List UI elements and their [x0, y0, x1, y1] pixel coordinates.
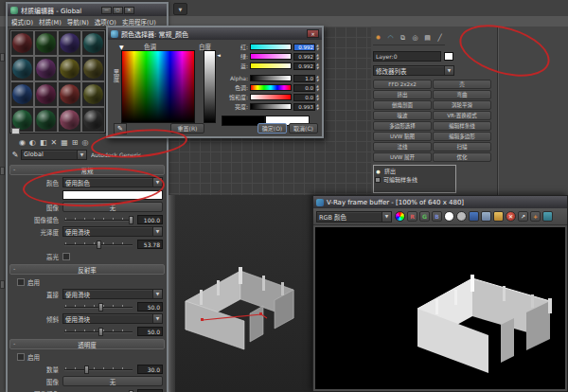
put-to-library-icon[interactable]: ◐	[29, 138, 36, 147]
channel-value[interactable]: 0.992	[293, 44, 315, 51]
ok-button[interactable]: 确定(O)	[257, 123, 287, 134]
make-unique-icon[interactable]: ⊞	[72, 138, 79, 147]
material-sample-slot[interactable]	[58, 81, 81, 107]
channel-gradient-bar[interactable]	[250, 103, 292, 110]
clear-image-icon[interactable]: ✕	[506, 211, 516, 222]
white-point-icon[interactable]	[444, 211, 454, 222]
track-mouse-icon[interactable]: +	[530, 211, 541, 222]
color-selector-titlebar[interactable]: 颜色选择器: 常规_颜色 ✕	[108, 27, 322, 40]
material-sample-slot[interactable]	[34, 81, 58, 107]
create-tab-icon[interactable]: ✹	[373, 33, 383, 44]
monochrome-icon[interactable]	[456, 211, 467, 222]
display-tab-icon[interactable]: ▤	[422, 33, 433, 44]
amount-value[interactable]: 30.0	[137, 365, 163, 374]
channel-gradient-bar[interactable]	[250, 62, 292, 69]
image-fade-slider[interactable]	[62, 215, 134, 224]
material-sample-slot[interactable]	[10, 56, 34, 81]
transparency-image-button[interactable]: 无	[62, 376, 163, 386]
reflectivity-enable-checkbox[interactable]	[17, 278, 25, 286]
viewport-splitter[interactable]	[169, 195, 175, 392]
chevron-down-icon[interactable]: ▼	[152, 314, 162, 323]
material-navigator-icon[interactable]: ◎	[82, 138, 89, 147]
channel-gradient-bar[interactable]	[250, 53, 292, 60]
material-sample-slot[interactable]	[81, 30, 105, 56]
channel-gradient-bar[interactable]	[250, 84, 292, 91]
material-sample-slot[interactable]	[81, 107, 105, 133]
modifier-button[interactable]: 噪波	[373, 111, 432, 120]
material-sample-slot[interactable]	[58, 56, 81, 81]
direct-mode-dropdown[interactable]: 使用滑块 ▼	[62, 289, 163, 299]
material-name-dropdown[interactable]: Global ▼	[21, 150, 87, 160]
material-sample-slot[interactable]	[34, 107, 58, 133]
value-spinner[interactable]: ▲▼	[316, 94, 322, 101]
utilities-tab-icon[interactable]: ╱	[435, 33, 445, 44]
material-sample-slot[interactable]	[58, 30, 81, 56]
modifier-button[interactable]: 倒角剖面	[373, 100, 432, 110]
color-mode-dropdown[interactable]: 使用颜色 ▼	[62, 177, 163, 187]
glossiness-mode-dropdown[interactable]: 使用滑块 ▼	[62, 226, 163, 237]
channel-value[interactable]: 0.993	[293, 103, 315, 111]
modifier-button[interactable]: UVW 展开	[373, 152, 432, 162]
copy-image-icon[interactable]	[481, 211, 491, 222]
modifier-button[interactable]: 扫描	[433, 142, 491, 151]
oblique-value[interactable]: 50.0	[137, 327, 163, 336]
layer-field[interactable]: Layer:0	[373, 51, 441, 62]
chevron-down-icon[interactable]: ▼	[77, 151, 86, 159]
modifier-button[interactable]: 优化	[433, 152, 491, 162]
material-sample-slot[interactable]	[34, 30, 58, 56]
material-sample-slot[interactable]	[10, 30, 34, 56]
modifier-stack-item[interactable]: 可编辑样条线	[375, 175, 454, 184]
chevron-down-icon[interactable]: ▼	[444, 66, 453, 75]
modifier-button[interactable]: 弯曲	[433, 90, 491, 99]
modify-tab-icon[interactable]: ◠	[385, 33, 396, 44]
zoom-tool-icon[interactable]: ↗	[518, 211, 528, 222]
modifier-button[interactable]: 编辑多边形	[433, 132, 491, 141]
modifier-button[interactable]: UVW 贴图	[373, 132, 432, 141]
image-fade-value[interactable]: 100.0	[137, 215, 163, 224]
material-color-swatch[interactable]	[62, 190, 163, 200]
pick-material-icon[interactable]: ✎	[9, 151, 21, 159]
modifier-button[interactable]: 法线	[373, 142, 432, 151]
value-spinner[interactable]: ▲▼	[316, 84, 322, 92]
color-corrections-icon[interactable]	[395, 211, 405, 222]
menu-item[interactable]: 实用程序(U)	[122, 17, 156, 27]
blue-channel-icon[interactable]: B	[432, 211, 442, 222]
modifier-button[interactable]: 壳	[433, 80, 491, 89]
chevron-down-icon[interactable]: ▼	[152, 227, 162, 236]
value-spinner[interactable]: ▲▼	[316, 53, 322, 61]
modifier-button[interactable]: VR-置换模式	[433, 111, 491, 120]
menu-item[interactable]: 材质(M)	[39, 17, 62, 27]
material-sample-slot[interactable]	[34, 56, 58, 81]
assign-to-selection-icon[interactable]: ◧	[40, 138, 47, 147]
value-spinner[interactable]: ▲▼	[316, 75, 322, 82]
modifier-button[interactable]: FFD 2x2x2	[373, 80, 432, 89]
channel-value[interactable]: 0.992	[293, 62, 315, 70]
perspective-viewport[interactable]	[169, 195, 312, 392]
region-render-icon[interactable]	[542, 211, 553, 222]
reset-button[interactable]: 重置(R)	[170, 123, 204, 134]
value-spinner[interactable]: ▲▼	[316, 62, 322, 70]
menu-item[interactable]: 导航(N)	[67, 17, 89, 27]
image-button[interactable]: 无	[62, 202, 163, 212]
rollout-reflectivity[interactable]: - 反射率	[9, 264, 165, 275]
red-channel-icon[interactable]: R	[407, 211, 417, 222]
channel-gradient-bar[interactable]	[250, 94, 292, 100]
hue-saturation-box[interactable]	[121, 50, 195, 123]
channel-value[interactable]: 0.0	[293, 94, 315, 101]
value-spinner[interactable]: ▲▼	[316, 44, 322, 51]
get-material-icon[interactable]: ◉	[19, 138, 26, 147]
rollout-transparency[interactable]: - 透明度	[9, 339, 165, 349]
cancel-button[interactable]: 取消(C)	[289, 123, 318, 134]
material-sample-slot[interactable]	[10, 81, 34, 107]
chevron-down-icon[interactable]: ▼	[382, 212, 391, 222]
delete-material-icon[interactable]: ✕	[51, 138, 58, 147]
material-editor-titlebar[interactable]: 材质编辑器 - Global — ▢ ✕	[8, 4, 167, 16]
direct-slider[interactable]	[62, 302, 134, 312]
vfb-titlebar[interactable]: V-Ray frame buffer - [100% of 640 x 480]	[313, 196, 567, 208]
channel-gradient-bar[interactable]	[250, 75, 292, 81]
modifier-button[interactable]: 多边形选择	[373, 121, 432, 131]
vfb-channel-dropdown[interactable]: RGB 颜色 ▼	[316, 211, 392, 223]
highlight-checkbox[interactable]	[62, 253, 70, 260]
modifier-button[interactable]: 编辑样条线	[433, 121, 491, 131]
close-button[interactable]: ✕	[124, 7, 134, 14]
